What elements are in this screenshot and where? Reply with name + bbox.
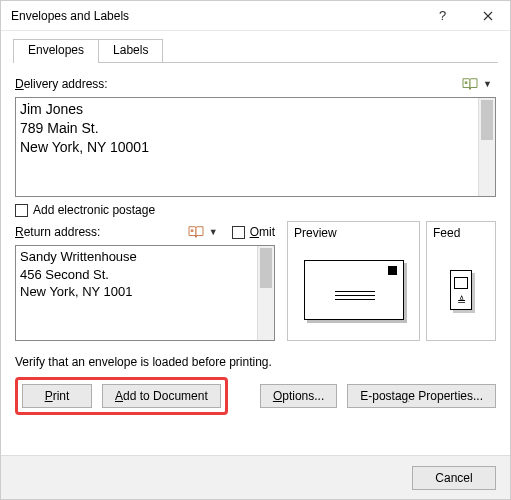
return-label-row: Return address: ▼ Omit	[15, 221, 275, 243]
epostage-properties-button[interactable]: E-postage Properties...	[347, 384, 496, 408]
omit-label: Omit	[250, 225, 275, 239]
feed-body[interactable]: ≜	[433, 246, 489, 334]
electronic-postage-row: Add electronic postage	[15, 203, 496, 217]
feed-title: Feed	[433, 226, 489, 240]
envelopes-panel: Delivery address: ▼ Add electronic po	[13, 63, 498, 415]
tab-envelopes[interactable]: Envelopes	[13, 39, 99, 62]
tab-labels[interactable]: Labels	[99, 39, 163, 62]
scrollbar[interactable]	[257, 246, 274, 340]
svg-rect-1	[190, 229, 193, 232]
feed-group: Feed ≜	[426, 221, 496, 341]
tab-strip: Envelopes Labels	[13, 39, 498, 63]
help-button[interactable]: ?	[420, 1, 465, 31]
electronic-postage-label: Add electronic postage	[33, 203, 155, 217]
return-address-book-button[interactable]: ▼	[183, 224, 222, 240]
highlight-box: Print Add to Document	[15, 377, 228, 415]
stamp-icon	[388, 266, 397, 275]
return-address-field[interactable]	[16, 246, 256, 340]
preview-body[interactable]	[294, 246, 413, 334]
close-icon	[483, 11, 493, 21]
chevron-down-icon: ▼	[209, 227, 218, 237]
return-label: Return address:	[15, 225, 100, 239]
delivery-label-row: Delivery address: ▼	[15, 73, 496, 95]
address-book-icon	[187, 225, 205, 239]
delivery-label: Delivery address:	[15, 77, 108, 91]
add-to-document-button[interactable]: Add to Document	[102, 384, 221, 408]
cancel-button[interactable]: Cancel	[412, 466, 496, 490]
delivery-address-field-wrap	[15, 97, 496, 197]
verify-text: Verify that an envelope is loaded before…	[15, 355, 496, 369]
dialog-content: Envelopes Labels Delivery address: ▼	[1, 31, 510, 415]
options-button[interactable]: Options...	[260, 384, 337, 408]
electronic-postage-checkbox[interactable]	[15, 204, 28, 217]
print-button[interactable]: Print	[22, 384, 92, 408]
envelope-icon	[304, 260, 404, 320]
titlebar: Envelopes and Labels ?	[1, 1, 510, 31]
return-address-field-wrap	[15, 245, 275, 341]
scrollbar[interactable]	[478, 98, 495, 196]
dialog-title: Envelopes and Labels	[11, 9, 420, 23]
omit-checkbox[interactable]	[232, 226, 245, 239]
return-column: Return address: ▼ Omit	[15, 221, 275, 341]
delivery-address-field[interactable]	[16, 98, 477, 196]
chevron-down-icon: ▼	[483, 79, 492, 89]
svg-rect-0	[465, 81, 468, 84]
preview-group: Preview	[287, 221, 420, 341]
feed-icon: ≜	[450, 270, 472, 310]
address-book-button[interactable]: ▼	[457, 76, 496, 92]
return-row: Return address: ▼ Omit	[15, 221, 496, 341]
preview-title: Preview	[294, 226, 413, 240]
preview-feed-column: Preview Feed ≜	[287, 221, 496, 341]
close-button[interactable]	[465, 1, 510, 31]
address-book-icon	[461, 77, 479, 91]
dialog-window: Envelopes and Labels ? Envelopes Labels …	[0, 0, 511, 500]
button-row: Print Add to Document Options... E-posta…	[15, 377, 496, 415]
dialog-footer: Cancel	[1, 455, 510, 499]
envelope-lines	[335, 291, 375, 303]
